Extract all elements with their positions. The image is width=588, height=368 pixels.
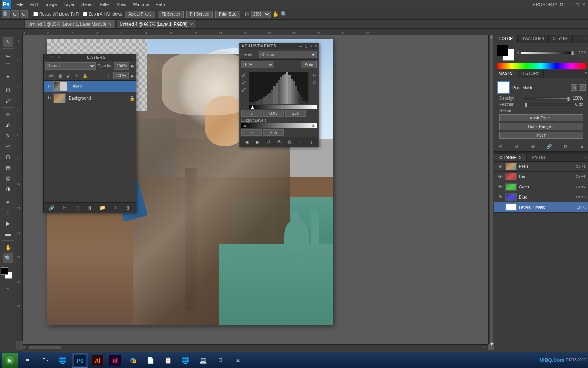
restore-button[interactable]: ◻ xyxy=(574,2,580,7)
tab-color[interactable]: COLOR xyxy=(494,35,518,43)
menu-view[interactable]: View xyxy=(114,1,130,8)
scroll-thumb-h[interactable] xyxy=(29,346,61,349)
menu-layer[interactable]: Layer xyxy=(60,1,78,8)
feather-slider-track[interactable] xyxy=(524,103,573,106)
layers-panel-menu-icon[interactable]: ≡ xyxy=(132,56,134,60)
mask-enable-icon[interactable]: ◻ xyxy=(579,84,586,91)
feather-slider-thumb[interactable] xyxy=(525,103,527,107)
magic-wand-tool[interactable]: ✦ xyxy=(3,72,13,81)
lock-transparency-icon[interactable]: ▦ xyxy=(58,73,63,79)
adj-out-white-input[interactable]: 255 xyxy=(263,129,284,136)
black-point-eyedropper-icon[interactable]: 🖉 xyxy=(241,72,247,78)
dodge-tool[interactable]: ◑ xyxy=(3,184,13,193)
gradient-tool[interactable]: ▦ xyxy=(3,162,13,172)
opacity-input[interactable] xyxy=(114,62,129,70)
taskbar-app-monitor2[interactable]: 🖥 xyxy=(212,353,229,368)
zoom-tool[interactable]: 🔍 xyxy=(3,253,13,263)
adj-channel-select[interactable]: RGB RedGreenBlue xyxy=(241,61,274,68)
tab-masks[interactable]: MASKS xyxy=(494,70,517,78)
tab-untitled3[interactable]: Untitled-3 @ 25% (Levels 1, Layer Mask/8… xyxy=(24,20,116,28)
delete-layer-icon[interactable]: 🗑 xyxy=(124,204,131,211)
adj-gray-slider[interactable]: ▲ xyxy=(279,104,284,110)
crop-tool[interactable]: ⊡ xyxy=(3,85,13,95)
menu-image[interactable]: Image xyxy=(41,1,60,8)
tab-untitled4-close[interactable]: ✕ xyxy=(190,22,193,27)
channel-levels1mask-visibility-icon[interactable] xyxy=(497,204,503,211)
opacity-arrow[interactable]: ▶ xyxy=(131,64,134,68)
adj-preset-select[interactable]: Custom xyxy=(259,51,317,58)
scroll-up-arrow[interactable]: ▲ xyxy=(490,35,493,38)
channel-levels1-mask[interactable]: Levels 1 Mask Ctrl+\ xyxy=(494,202,588,213)
add-style-icon[interactable]: fx xyxy=(61,204,68,211)
foreground-color[interactable] xyxy=(1,267,8,275)
channel-blue[interactable]: 👁 Blue Ctrl+5 xyxy=(494,192,588,202)
adj-minimize-button[interactable]: ─ xyxy=(299,44,302,48)
new-layer-icon[interactable]: + xyxy=(111,204,119,211)
rainbow-color-bar[interactable] xyxy=(497,63,586,69)
pen-tool[interactable]: ✒ xyxy=(3,197,13,207)
fit-screen-button[interactable]: Fit Screen xyxy=(158,11,184,18)
layer-levels1[interactable]: 👁 Levels 1 xyxy=(44,81,136,92)
fg-bg-colors[interactable] xyxy=(497,45,514,61)
masks-eye-icon[interactable]: 👁 xyxy=(530,143,537,150)
gray-point-eyedropper-icon[interactable]: 🖉 xyxy=(241,79,247,85)
taskbar-app-indesign[interactable]: Id xyxy=(107,353,123,368)
zoom-tool-icon[interactable]: 🔍 xyxy=(2,10,10,18)
canvas-area[interactable]: ▲ ▼ ◀ ▶ ─ ◻ ✕ LAYERS ≡ Normal xyxy=(23,35,494,350)
resize-windows-checkbox[interactable] xyxy=(33,12,38,16)
channel-green[interactable]: 👁 Green Ctrl+4 xyxy=(494,182,588,192)
adj-clip-layer-icon[interactable]: ↕ xyxy=(308,138,315,146)
menu-help[interactable]: Help xyxy=(152,1,168,8)
scroll-left-arrow[interactable]: ◀ xyxy=(23,346,29,349)
taskbar-app-unknown1[interactable]: 🎭 xyxy=(125,353,141,368)
zoom-out-icon[interactable]: ⊖ xyxy=(20,10,28,18)
eyedropper-tool[interactable]: 🖉 xyxy=(3,96,13,105)
hand-tool[interactable]: ✋ xyxy=(3,242,13,252)
blur-tool[interactable]: ◎ xyxy=(3,173,13,183)
tab-swatches[interactable]: SWATCHES xyxy=(518,35,549,43)
path-select-tool[interactable]: ▶ xyxy=(3,218,13,228)
invert-button[interactable]: Invert xyxy=(499,132,583,139)
lock-move-icon[interactable]: ✛ xyxy=(74,73,80,79)
close-button[interactable]: ✕ xyxy=(581,2,586,7)
adj-back-icon[interactable]: ◀ xyxy=(243,138,250,146)
zoom-select[interactable]: 25%50%100% xyxy=(251,11,271,18)
masks-trash-icon[interactable]: 🗑 xyxy=(562,143,569,150)
pixel-mask-thumb[interactable] xyxy=(497,81,510,94)
channel-red-visibility-icon[interactable]: 👁 xyxy=(497,173,503,180)
layer-levels1-visibility-icon[interactable]: 👁 xyxy=(45,83,52,90)
layer-background-visibility-icon[interactable]: 👁 xyxy=(45,95,52,101)
minimize-button[interactable]: ─ xyxy=(568,2,573,7)
taskbar-app-explorer[interactable]: 🗁 xyxy=(37,353,53,368)
actual-pixels-button[interactable]: Actual Pixels xyxy=(125,11,155,18)
eraser-tool[interactable]: ◻ xyxy=(3,152,13,162)
density-slider-thumb[interactable] xyxy=(567,97,570,101)
layers-minimize-button[interactable]: ─ xyxy=(45,56,50,60)
adj-out-right-slider[interactable]: ▲ xyxy=(310,122,316,128)
link-layers-icon[interactable]: 🔗 xyxy=(48,204,56,211)
brush-tool[interactable]: 🖌 xyxy=(3,120,13,130)
quick-mask-toggle[interactable]: ⬚ xyxy=(3,285,13,294)
channel-green-visibility-icon[interactable]: 👁 xyxy=(497,184,503,190)
clone-tool[interactable]: ✎ xyxy=(3,130,13,140)
tab-untitled3-close[interactable]: ✕ xyxy=(109,22,112,27)
healing-brush-tool[interactable]: ⊕ xyxy=(3,109,13,119)
screen-mode-icon[interactable]: ⊞ xyxy=(245,11,249,17)
lasso-tool[interactable]: ⌒ xyxy=(3,61,13,71)
zoom-in-icon[interactable]: ⊕ xyxy=(11,10,19,18)
add-mask-icon[interactable]: ⬚ xyxy=(74,204,81,211)
taskbar-app-mail[interactable]: ✉ xyxy=(230,353,246,368)
taskbar-app-photoshop[interactable]: Ps xyxy=(72,353,88,368)
adj-white-input[interactable]: 255 xyxy=(285,110,306,117)
color-panel-menu-icon[interactable]: ≡ xyxy=(584,35,588,43)
tab-paths[interactable]: PATHS xyxy=(527,154,550,161)
new-group-icon[interactable]: 📁 xyxy=(99,204,106,211)
masks-filter-icon[interactable]: ⊙ xyxy=(497,143,504,150)
masks-extra-icon[interactable]: ≡ xyxy=(578,143,586,150)
tab-channels[interactable]: CHANNELS xyxy=(494,154,527,161)
channel-rgb-visibility-icon[interactable]: 👁 xyxy=(497,163,503,170)
taskbar-app-quicklaunch1[interactable]: 🖥 xyxy=(19,353,36,368)
adj-trash-icon[interactable]: 🗑 xyxy=(286,138,294,146)
fill-screen-button[interactable]: Fill Screen xyxy=(186,11,213,18)
menu-select[interactable]: Select xyxy=(78,1,97,8)
